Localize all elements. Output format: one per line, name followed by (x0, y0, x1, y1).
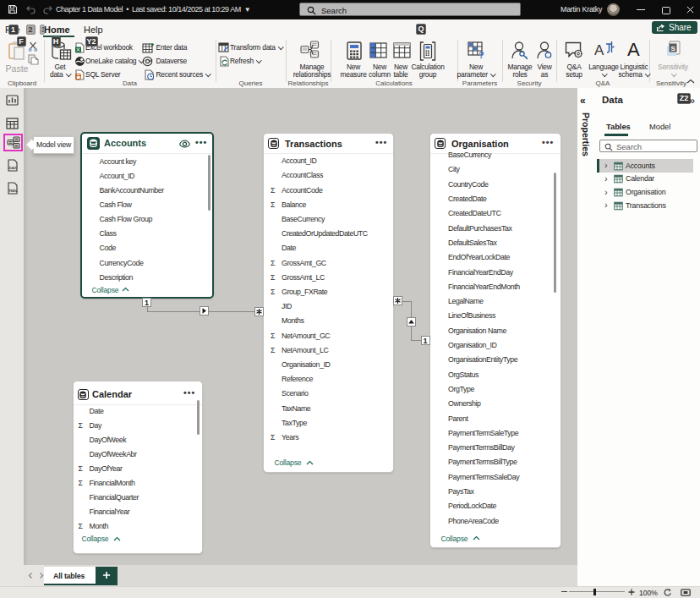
svg-text:TMDL: TMDL (8, 189, 18, 193)
svg-text:DAX: DAX (9, 166, 17, 170)
svg-text:A: A (627, 40, 640, 59)
svg-text:S: S (671, 45, 676, 52)
svg-text:?: ? (479, 50, 484, 59)
svg-text:A: A (594, 42, 604, 58)
